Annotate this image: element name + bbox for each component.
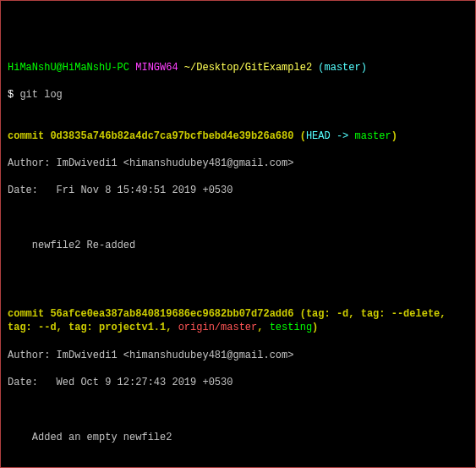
commit-header: commit 0d3835a746b82a4dc7ca97bcfbebd4e39… — [8, 129, 468, 143]
blank-line — [8, 267, 468, 280]
command-text: git log — [19, 89, 62, 101]
remote-ref: origin/master — [178, 322, 258, 333]
blank-line — [8, 458, 468, 468]
commit-header: commit 56afce0ea387ab840819686ec9682bb07… — [8, 307, 468, 334]
tag-ref: tag: --d — [8, 322, 57, 333]
branch-ref: master — [354, 130, 391, 142]
prompt-branch: (master) — [318, 62, 367, 74]
prompt-env: MINGW64 — [135, 62, 178, 74]
prompt-line: HiMaNshU@HiMaNshU-PC MINGW64 ~/Desktop/G… — [8, 61, 468, 74]
blank-line — [8, 212, 468, 225]
prompt-path: ~/Desktop/GitExample2 — [184, 62, 312, 74]
command-line[interactable]: $ git log — [8, 88, 468, 102]
tag-ref: tag: -d — [306, 308, 348, 320]
commit-message: Added an empty newfile2 — [8, 431, 468, 444]
commit-message: newfile2 Re-added — [8, 239, 468, 252]
tag-ref: tag: projectv1.1 — [68, 322, 166, 333]
commit-hash: 0d3835a746b82a4dc7ca97bcfbebd4e39b26a680 — [50, 130, 293, 142]
tag-ref: tag: --delete — [361, 308, 440, 320]
prompt-user: HiMaNshU@HiMaNshU-PC — [8, 62, 129, 74]
prompt-dollar: $ — [8, 89, 14, 101]
commit-author: Author: ImDwivedi1 <himanshudubey481@gma… — [8, 157, 468, 170]
head-ref: HEAD -> — [306, 130, 355, 142]
branch-ref: testing — [270, 322, 312, 333]
commit-date: Date: Wed Oct 9 12:27:43 2019 +0530 — [8, 376, 468, 389]
commit-date: Date: Fri Nov 8 15:49:51 2019 +0530 — [8, 184, 468, 197]
commit-hash: 56afce0ea387ab840819686ec9682bb07d72add6 — [50, 308, 293, 320]
blank-line — [8, 403, 468, 416]
commit-author: Author: ImDwivedi1 <himanshudubey481@gma… — [8, 349, 468, 362]
